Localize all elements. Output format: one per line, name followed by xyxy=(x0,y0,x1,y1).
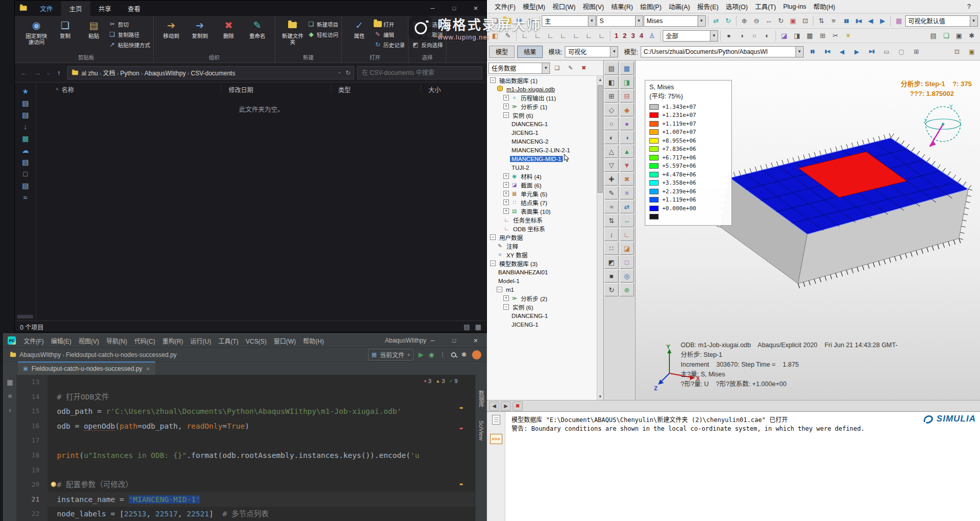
address-box[interactable]: al zhu › 文档 › Python › AbaqusWIithpy › C… xyxy=(67,66,354,79)
ribbon-button-打开[interactable]: 打开 xyxy=(374,19,405,29)
viewport-number-4[interactable]: 4 xyxy=(638,32,645,39)
tree-item[interactable]: +◉材料 (4) xyxy=(487,172,603,181)
combo-S[interactable]: S▼ xyxy=(597,15,643,27)
tree-item[interactable]: ∟任务坐标系 xyxy=(487,215,603,224)
edit-small-icon[interactable]: ✎ xyxy=(564,63,577,74)
close-button[interactable]: ✕ xyxy=(465,333,486,348)
expand-icon[interactable]: + xyxy=(503,191,509,196)
tree-item[interactable]: −模型数据库 (3) xyxy=(487,259,603,268)
document-icon[interactable]: ▤ xyxy=(22,182,29,189)
expand-tool-icon[interactable]: › xyxy=(9,407,11,413)
prev-frame-icon[interactable]: ◀ xyxy=(836,46,848,57)
section-cut-icon[interactable]: ◪ xyxy=(778,30,790,42)
next-frame-icon[interactable]: ▶▮ xyxy=(866,46,878,57)
expand-icon[interactable]: + xyxy=(503,208,509,214)
toolbox-button-25[interactable]: ↕ xyxy=(604,228,619,241)
tree-item[interactable]: DIANCENG-1 xyxy=(487,119,603,128)
menu-导航(N)[interactable]: 导航(N) xyxy=(103,338,131,345)
viewport-icon[interactable]: ⊞ xyxy=(910,46,923,57)
expand-icon[interactable]: + xyxy=(503,199,509,205)
toolbox-button-26[interactable]: ∟ xyxy=(620,228,634,241)
zoom-in-icon[interactable]: ⊕ xyxy=(739,15,750,27)
toolbox-button-8[interactable]: ◆ xyxy=(620,103,634,116)
snapshot-icon[interactable]: ▣ xyxy=(953,30,965,42)
structure-tool-icon[interactable]: ≡ xyxy=(8,393,12,399)
column-header-名称[interactable]: ˄名称 xyxy=(36,85,221,94)
pane-tab-结果[interactable]: 结果 xyxy=(517,46,543,58)
pause-icon[interactable]: ▮▮ xyxy=(841,15,852,27)
first-frame-icon[interactable]: ▮◀ xyxy=(821,46,833,57)
menu-工具(T)[interactable]: 工具(T) xyxy=(215,338,242,345)
toolbox-button-17[interactable]: ✚ xyxy=(604,172,619,186)
clip-icon[interactable]: ✂ xyxy=(829,30,842,42)
toolbox-button-6[interactable]: ⊟ xyxy=(620,89,634,103)
combo-主[interactable]: 主▼ xyxy=(542,15,596,27)
tree-item[interactable]: −m1 xyxy=(487,285,603,294)
ribbon-tab-查看[interactable]: 查看 xyxy=(119,1,149,16)
list-icon[interactable]: ≡ xyxy=(828,15,840,27)
tree-scrollbar[interactable]: ▲▼ xyxy=(597,76,603,400)
breadcrumb-segment[interactable]: AbaqusWIithpy xyxy=(145,70,186,77)
tree-item[interactable]: MIANCENG-2 xyxy=(487,137,603,146)
menu-视图(V)[interactable]: 视图(V) xyxy=(579,2,608,11)
menu-Plug-ins[interactable]: Plug-ins xyxy=(780,3,810,10)
menu-帮助(H)[interactable]: 帮助(H) xyxy=(299,338,328,345)
tool-tab-数据库[interactable]: 数据库 xyxy=(477,390,485,407)
toolbox-button-11[interactable]: ◐ xyxy=(604,131,619,144)
more-actions-icon[interactable]: ⋮ xyxy=(439,351,446,358)
maximize-button[interactable]: □ xyxy=(443,333,465,348)
tree-item[interactable]: −实例 (6) xyxy=(487,303,603,311)
menu-重构(R)[interactable]: 重构(R) xyxy=(159,338,187,345)
toolbox-button-2[interactable]: ▦ xyxy=(620,62,634,75)
star-icon[interactable]: ★ xyxy=(22,88,29,95)
prev-frame-icon[interactable]: ◀ xyxy=(865,15,876,27)
toolbox-button-28[interactable]: ◪ xyxy=(620,242,634,255)
ribbon-button-属性[interactable]: ✓属性 xyxy=(345,17,374,39)
sort-icon[interactable]: ⇅ xyxy=(815,15,827,27)
breadcrumb-segment[interactable]: AbaqusWIithpy xyxy=(19,351,61,358)
menu-模型(M)[interactable]: 模型(M) xyxy=(519,2,549,11)
ribbon-button-编辑[interactable]: ✎编辑 xyxy=(374,29,405,39)
cloud-icon[interactable]: ☁ xyxy=(22,147,29,154)
combo-可视化默认值[interactable]: 可视化默认值▼ xyxy=(905,15,978,27)
expand-icon[interactable]: + xyxy=(503,104,509,109)
palette-icon[interactable]: ▦ xyxy=(893,15,905,27)
box-zoom-icon[interactable]: ▣ xyxy=(787,15,799,27)
tree-item[interactable]: +≫分析步 (1) xyxy=(487,102,603,111)
collapse-icon[interactable]: − xyxy=(497,287,502,292)
movie-icon[interactable]: ▭ xyxy=(881,46,893,57)
forward-icon[interactable]: → xyxy=(32,69,43,77)
tree-item[interactable]: MIANCENG-2-LIN-2-1 xyxy=(487,146,603,154)
toolbox-button-10[interactable]: ● xyxy=(620,117,634,130)
ribbon-button-固定到快速访问[interactable]: ◉固定到快速访问 xyxy=(22,17,51,45)
toolbox-button-13[interactable]: △ xyxy=(604,145,619,158)
toolbox-button-31[interactable]: ■ xyxy=(604,269,619,283)
translucent-icon[interactable]: ◐ xyxy=(761,30,773,42)
menu-运行(U)[interactable]: 运行(U) xyxy=(187,338,215,345)
toolbox-button-18[interactable]: ✖ xyxy=(620,172,634,186)
view-compass[interactable]: Y Z xyxy=(917,97,967,161)
menu-窗口(W)[interactable]: 窗口(W) xyxy=(270,338,299,345)
run-config-combo[interactable]: ▦ 当前文件 ▾ xyxy=(368,349,414,360)
toolbox-button-7[interactable]: ◇ xyxy=(604,103,619,116)
zoom-out-icon[interactable]: ⊖ xyxy=(751,15,763,27)
pane-tab-模型[interactable]: 模型 xyxy=(489,46,515,58)
first-frame-icon[interactable]: ▮◀ xyxy=(852,15,864,27)
fullscreen-icon[interactable]: ⊡ xyxy=(951,46,963,57)
toolbox-button-12[interactable]: ◑ xyxy=(620,131,634,144)
light-icon[interactable]: ☀ xyxy=(842,30,854,42)
results-tree[interactable]: −输出数据库 (1)m1-Job-xiugai.odb+≈历程输出 (11)+≫… xyxy=(487,76,603,400)
menu-代码(C)[interactable]: 代码(C) xyxy=(131,338,159,345)
menu-视图(V)[interactable]: 视图(V) xyxy=(75,338,103,345)
toolbox-button-14[interactable]: ▲ xyxy=(620,145,634,158)
menu-帮助(H)[interactable]: 帮助(H) xyxy=(810,2,839,11)
model-combo[interactable]: C:/Users/zhual/Documents/Python/AbaqusWI… xyxy=(641,46,804,57)
menu-绘图(P)[interactable]: 绘图(P) xyxy=(637,2,665,11)
tree-item[interactable]: ≈XY 数据 xyxy=(487,250,603,259)
menu-选项(O)[interactable]: 选项(O) xyxy=(722,2,751,11)
toolbox-button-23[interactable]: ⇅ xyxy=(604,214,619,227)
ribbon-button-移动到[interactable]: ➔移动到 xyxy=(157,17,186,39)
download-icon[interactable]: ↓ xyxy=(24,123,27,130)
collapse-icon[interactable]: − xyxy=(490,260,496,266)
collapse-icon[interactable]: − xyxy=(490,77,496,83)
